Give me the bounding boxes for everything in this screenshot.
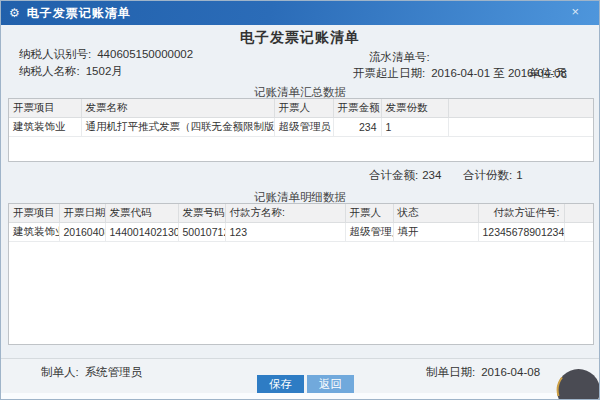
taxpayer-name-value: 1502月	[86, 65, 123, 77]
unit-label: 单位:元	[529, 66, 567, 81]
creator-value: 系统管理员	[85, 366, 143, 378]
serial-no-field: 流水清单号:	[369, 50, 436, 65]
gear-icon: ⚙	[9, 7, 20, 19]
doc-date-field: 制单日期:2016-04-08	[426, 365, 540, 380]
detail-table: 开票项目 开票日期 发票代码 发票号码 付款方名称: 开票人 状态 付款方证件号…	[8, 203, 594, 345]
taxpayer-id-label: 纳税人识别号:	[19, 48, 91, 60]
column-header[interactable]: 开票日期	[59, 204, 105, 223]
total-amount: 合计金额:234	[369, 168, 441, 183]
creator-label: 制单人:	[41, 366, 79, 378]
cell-invoice-number: 50010712	[178, 223, 225, 242]
save-button[interactable]: 保存	[257, 375, 304, 394]
total-count-value: 1	[516, 169, 522, 181]
cell-amount: 234	[333, 118, 381, 137]
cell-invoice-item: 建筑装饰业	[9, 118, 81, 137]
doc-date-label: 制单日期:	[426, 366, 475, 378]
detail-header-row: 开票项目 开票日期 发票代码 发票号码 付款方名称: 开票人 状态 付款方证件号…	[9, 204, 593, 223]
cell-issuer: 超级管理员	[345, 223, 393, 242]
column-header[interactable]: 开票金额	[333, 99, 381, 118]
column-header[interactable]: 发票代码	[105, 204, 178, 223]
taxpayer-id-field: 纳税人识别号:440605150000002	[19, 47, 193, 62]
footer-bar: 制单人:系统管理员 保存 返回 制单日期:2016-04-08	[1, 358, 599, 396]
total-count: 合计份数:1	[463, 168, 523, 183]
taxpayer-id-value: 440605150000002	[97, 48, 193, 60]
floating-assistant-widget[interactable]	[556, 368, 600, 400]
total-amount-value: 234	[422, 169, 441, 181]
column-header[interactable]: 开票项目	[9, 99, 81, 118]
cell-invoice-name: 通用机打平推式发票（四联无金额限制版-210mm×139...	[81, 118, 274, 137]
serial-no-label: 流水清单号:	[369, 51, 430, 63]
doc-date-value: 2016-04-08	[481, 366, 540, 378]
back-button[interactable]: 返回	[307, 375, 354, 394]
date-range-label: 开票起止日期:	[353, 67, 425, 79]
summary-table-row[interactable]: 建筑装饰业 通用机打平推式发票（四联无金额限制版-210mm×139... 超级…	[9, 118, 593, 137]
column-header[interactable]: 状态	[393, 204, 478, 223]
cell-status: 填开	[393, 223, 478, 242]
cell-payer-id: 123456789012345	[478, 223, 564, 242]
close-icon[interactable]: ×	[571, 5, 579, 18]
titlebar: ⚙ 电子发票记账清单 ×	[1, 1, 599, 25]
taxpayer-name-field: 纳税人名称:1502月	[19, 64, 123, 79]
cell-issue-date: 20160408	[59, 223, 105, 242]
column-header[interactable]: 开票项目	[9, 204, 59, 223]
detail-table-row[interactable]: 建筑装饰业 20160408 144001402130 50010712 123…	[9, 223, 593, 242]
cell-copies: 1	[381, 118, 448, 137]
cell-issuer: 超级管理员	[274, 118, 333, 137]
column-header-empty	[564, 204, 593, 223]
column-header[interactable]: 付款方名称:	[225, 204, 345, 223]
cell-payer-name: 123	[225, 223, 345, 242]
summary-table: 开票项目 发票名称 开票人 开票金额 发票份数 建筑装饰业 通用机打平推式发票（…	[8, 98, 594, 162]
column-header[interactable]: 付款方证件号:	[478, 204, 564, 223]
column-header[interactable]: 发票份数	[381, 99, 448, 118]
total-amount-label: 合计金额:	[369, 169, 418, 181]
column-header[interactable]: 发票名称	[81, 99, 274, 118]
cell-invoice-item: 建筑装饰业	[9, 223, 59, 242]
taxpayer-name-label: 纳税人名称:	[19, 65, 80, 77]
window-title: 电子发票记账清单	[27, 5, 131, 22]
creator-field: 制单人:系统管理员	[41, 365, 142, 380]
page-title: 电子发票记账清单	[1, 29, 599, 47]
app-window: ⚙ 电子发票记账清单 × 电子发票记账清单 纳税人识别号:44060515000…	[0, 0, 600, 400]
cell-invoice-code: 144001402130	[105, 223, 178, 242]
column-header[interactable]: 开票人	[274, 99, 333, 118]
total-count-label: 合计份数:	[463, 169, 512, 181]
column-header[interactable]: 开票人	[345, 204, 393, 223]
column-header-empty	[448, 99, 593, 118]
window-bottom-edge	[1, 393, 599, 399]
column-header[interactable]: 发票号码	[178, 204, 225, 223]
cell-empty	[564, 223, 593, 242]
cell-empty	[448, 118, 593, 137]
summary-header-row: 开票项目 发票名称 开票人 开票金额 发票份数	[9, 99, 593, 118]
